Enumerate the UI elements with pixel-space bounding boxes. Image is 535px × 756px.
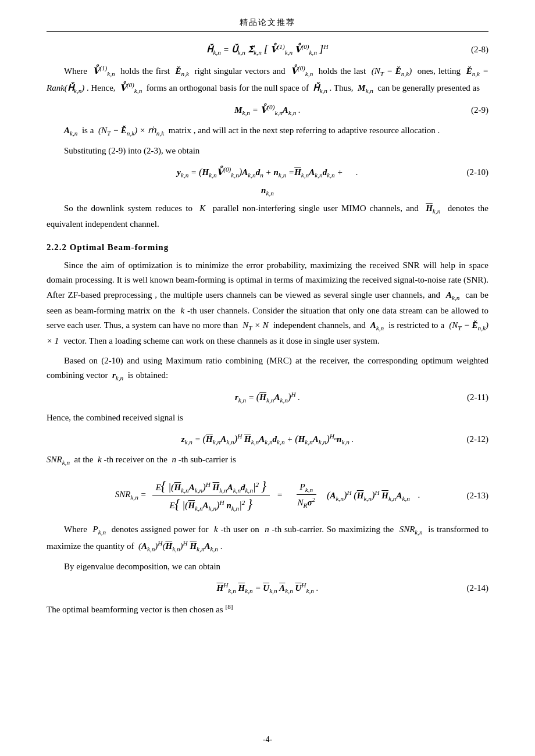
snr-fraction-right: Pk,n NRσ2 bbox=[294, 481, 319, 510]
paragraph-7: Hence, the combined received signal is bbox=[47, 411, 488, 426]
paragraph-2: Ak,n is a (NT − Ěn,k) × ṁn,k matrix , an… bbox=[47, 123, 488, 139]
equation-2-9: Mk,n = V̊(0)k,nAk,n . (2-9) bbox=[47, 104, 488, 116]
page: 精品论文推荐 Ȟk,n = Ǔk,n Σ̌k,n [ V̊(1)k,n V̊(0… bbox=[0, 0, 535, 756]
paragraph-10: By eigenvalue decomposition, we can obta… bbox=[47, 559, 488, 575]
equation-2-10: yk,n = (Hk,nV̊(0)k,n)Ak,ndn + nk,n =Hk,n… bbox=[47, 166, 488, 179]
eq-number-2-9: (2-9) bbox=[471, 105, 488, 115]
eq-number-2-10: (2-10) bbox=[467, 167, 489, 177]
equation-2-11: rk,n = (Hk,nAk,n)H . (2-11) bbox=[47, 391, 488, 404]
paragraph-4: So the downlink system reduces to K para… bbox=[47, 201, 488, 232]
paragraph-3: Substituting (2-9) into (2-3), we obtain bbox=[47, 144, 488, 159]
eq-number-2-14: (2-14) bbox=[467, 583, 489, 593]
eq-number-2-11: (2-11) bbox=[467, 393, 488, 402]
page-header: 精品论文推荐 bbox=[47, 17, 488, 32]
eq-number-2-13: (2-13) bbox=[467, 490, 489, 500]
eq-number-2-12: (2-12) bbox=[467, 434, 489, 444]
equation-2-13: SNRk,n = E{ |(Hk,nAk,n)H Hk,nAk,ndk,n|2 … bbox=[47, 477, 488, 513]
page-number: -4- bbox=[263, 735, 272, 744]
snr-fraction: E{ |(Hk,nAk,n)H Hk,nAk,ndk,n|2 } E{ |(Hk… bbox=[152, 477, 270, 513]
header-title: 精品论文推荐 bbox=[240, 18, 295, 27]
paragraph-6: Based on (2-10) and using Maximum ratio … bbox=[47, 354, 488, 384]
equation-2-12: zk,n = (Hk,nAk,n)H Hk,nAk,ndk,n + (Hk,nA… bbox=[47, 433, 488, 445]
section-title-222: 2.2.2 Optimal Beam-forming bbox=[47, 243, 488, 252]
eq-2-10-cont: nk,n bbox=[47, 186, 488, 197]
paragraph-9: Where Pk,n denotes assigned power for k … bbox=[47, 522, 488, 555]
paragraph-5: Since the aim of optimization is to mini… bbox=[47, 258, 488, 349]
equation-2-14: HHk,n Hk,n = Uk,n Λk,n UHk,n . (2-14) bbox=[47, 582, 488, 594]
eq-number-2-8: (2-8) bbox=[471, 44, 488, 54]
paragraph-8: SNRk,n at the k -th receiver on the n -t… bbox=[47, 452, 488, 468]
equation-2-8: Ȟk,n = Ǔk,n Σ̌k,n [ V̊(1)k,n V̊(0)k,n ]H… bbox=[47, 42, 488, 56]
paragraph-1: Where V̊(1)k,n holds the first Ěn,k righ… bbox=[47, 63, 488, 97]
paragraph-11: The optimal beamforming vector is then c… bbox=[47, 601, 488, 618]
page-footer: -4- bbox=[47, 735, 488, 744]
